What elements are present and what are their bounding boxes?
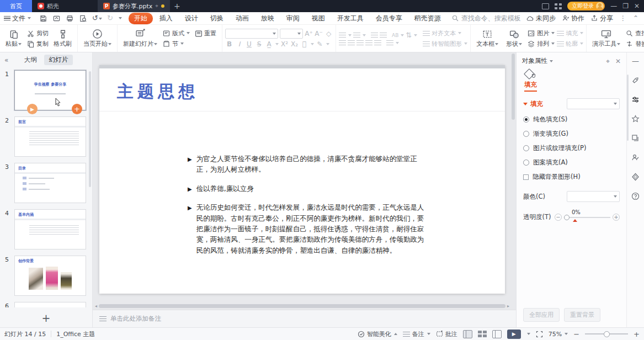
- fill-preset-combo[interactable]: [567, 98, 620, 109]
- reset-button[interactable]: 重置: [192, 29, 219, 38]
- line-spacing-icon[interactable]: ⇅: [406, 31, 412, 39]
- collapse-strip-icon[interactable]: —: [631, 56, 641, 66]
- bullet-list-icon[interactable]: [339, 33, 346, 38]
- save-icon[interactable]: [39, 14, 47, 23]
- editing-canvas[interactable]: 主题思想 ▶ 为官之人要节俭不奢侈以培养自己的德操，清廉不贪腐才能够站的堂堂正正…: [93, 52, 516, 310]
- close-panel-icon[interactable]: ✕: [615, 57, 621, 65]
- picture-fill-option[interactable]: 图片或纹理填充(P): [523, 144, 620, 152]
- align-justify-icon[interactable]: [365, 40, 372, 45]
- italic-button[interactable]: I: [235, 40, 243, 48]
- document-tab[interactable]: P 参赛分享.pptx ⌖: [98, 0, 170, 12]
- notes-toggle-button[interactable]: 备注: [403, 330, 430, 338]
- gradient-fill-option[interactable]: 渐变填充(G): [523, 130, 620, 138]
- superscript-button[interactable]: X²: [280, 40, 289, 48]
- play-options-chevron-icon[interactable]: [527, 333, 530, 335]
- tab-developer[interactable]: 开发工具: [332, 13, 369, 24]
- slider-knob[interactable]: [564, 215, 570, 220]
- slide-thumbnail-1[interactable]: 学生视察 参赛分享 ▶ +: [14, 70, 86, 110]
- align-distribute-icon[interactable]: [374, 40, 381, 45]
- canvas-horizontal-scrollbar[interactable]: ◂ ▸: [95, 304, 509, 308]
- collapse-ribbon-icon[interactable]: ⌃: [633, 14, 638, 22]
- zoom-slider[interactable]: [585, 333, 628, 334]
- print-preview-icon[interactable]: [79, 14, 87, 23]
- zoom-slider-knob[interactable]: [604, 331, 610, 337]
- align-left-icon[interactable]: [339, 40, 346, 45]
- pin-tab-icon[interactable]: ⌖: [155, 3, 158, 9]
- font-color-button[interactable]: A̲: [265, 40, 273, 48]
- underline-button[interactable]: U: [245, 40, 253, 48]
- fill-tab[interactable]: 填充: [524, 81, 537, 92]
- tab-animation[interactable]: 动画: [230, 13, 254, 24]
- section-button[interactable]: 节: [162, 40, 190, 48]
- panel-scrollbar[interactable]: [89, 71, 91, 187]
- more-menu-icon[interactable]: ⋮: [620, 14, 626, 22]
- smart-beautify-button[interactable]: 智能美化: [358, 330, 397, 338]
- restore-button[interactable]: ❐: [622, 3, 629, 9]
- format-painter-button[interactable]: 格式刷: [51, 29, 74, 49]
- redo-button[interactable]: ↻: [107, 14, 113, 22]
- object-properties-icon[interactable]: [631, 94, 641, 104]
- share-button[interactable]: 分享: [591, 14, 613, 23]
- zoom-in-button[interactable]: +: [634, 330, 640, 338]
- new-tab-button[interactable]: +: [170, 0, 184, 12]
- signature-icon[interactable]: [631, 152, 641, 162]
- find-button[interactable]: 查找: [625, 29, 644, 38]
- scroll-left-arrow[interactable]: ◂: [95, 304, 97, 309]
- home-tab[interactable]: 首页: [0, 0, 32, 12]
- subscript-button[interactable]: X₂: [290, 40, 299, 48]
- tab-layout-icon[interactable]: [542, 3, 549, 9]
- panel-scrollbar-thumb[interactable]: [627, 75, 629, 141]
- slides-tab[interactable]: 幻灯片: [44, 55, 73, 65]
- thumbnail-add-button[interactable]: +: [72, 104, 82, 114]
- tab-transition[interactable]: 切换: [205, 13, 229, 24]
- cut-button[interactable]: 剪切: [26, 29, 49, 38]
- tab-review[interactable]: 审阅: [281, 13, 305, 24]
- normal-view-button[interactable]: [463, 330, 472, 338]
- decrease-indent-icon[interactable]: [371, 33, 378, 38]
- pattern-fill-option[interactable]: 图案填充(A): [523, 158, 620, 167]
- transparency-increase-button[interactable]: +: [613, 214, 620, 221]
- slide-thumbnail-4[interactable]: 基本内涵: [14, 209, 86, 249]
- slide-thumbnail-6[interactable]: ​: [14, 302, 86, 307]
- tab-view[interactable]: 视图: [306, 13, 331, 24]
- shell-tab[interactable]: 稻壳: [32, 0, 65, 12]
- color-picker-combo[interactable]: [567, 191, 620, 202]
- fill-button[interactable]: 填充: [557, 29, 583, 38]
- slide-thumbnail-5[interactable]: 创作背景: [14, 256, 86, 296]
- solid-fill-option[interactable]: 纯色填充(S): [523, 115, 620, 124]
- tab-home-ribbon[interactable]: 开始: [129, 13, 153, 24]
- canvas-vertical-scrollbar[interactable]: [512, 54, 515, 120]
- tab-member[interactable]: 会员专享: [370, 13, 408, 24]
- minimize-button[interactable]: —: [610, 3, 617, 9]
- numbered-list-icon[interactable]: [353, 33, 360, 38]
- replace-button[interactable]: 替换: [625, 40, 644, 48]
- presentation-tools-button[interactable]: 演示工具: [589, 29, 623, 49]
- fit-slide-button[interactable]: [536, 331, 543, 338]
- add-slide-button[interactable]: +: [0, 312, 92, 324]
- zoom-out-button[interactable]: −: [573, 330, 579, 338]
- paste-button[interactable]: 粘贴: [3, 29, 24, 49]
- increase-font-icon[interactable]: A⁺: [305, 30, 313, 38]
- columns-icon[interactable]: [386, 40, 393, 45]
- font-name-combo[interactable]: [225, 29, 278, 39]
- transparency-slider[interactable]: − 0% +: [555, 214, 620, 221]
- pin-panel-icon[interactable]: ⌖: [606, 57, 610, 65]
- panel-title-chevron-icon[interactable]: [550, 60, 553, 62]
- close-button[interactable]: ✕: [634, 3, 640, 9]
- qat-more-chevron-icon[interactable]: [119, 17, 122, 19]
- theme-name[interactable]: 1_Office 主题: [56, 330, 95, 338]
- new-slide-button[interactable]: 新建幻灯片: [120, 28, 160, 49]
- zoom-level[interactable]: 75%: [549, 331, 568, 338]
- align-right-icon[interactable]: [356, 40, 364, 45]
- increase-indent-icon[interactable]: [380, 33, 387, 38]
- outline-button[interactable]: 轮廓: [557, 40, 583, 48]
- text-direction-icon[interactable]: AB: [392, 33, 398, 38]
- slideshow-play-button[interactable]: ▶: [507, 330, 521, 339]
- picture-button[interactable]: 图片: [527, 29, 555, 38]
- notes-bar[interactable]: 单击此处添加备注: [93, 310, 516, 327]
- file-menu[interactable]: 文件: [0, 12, 35, 24]
- section-collapse-icon[interactable]: [523, 103, 528, 105]
- resources-icon[interactable]: [631, 172, 641, 182]
- login-button[interactable]: 立即登录: [567, 2, 605, 10]
- font-size-combo[interactable]: [280, 29, 303, 39]
